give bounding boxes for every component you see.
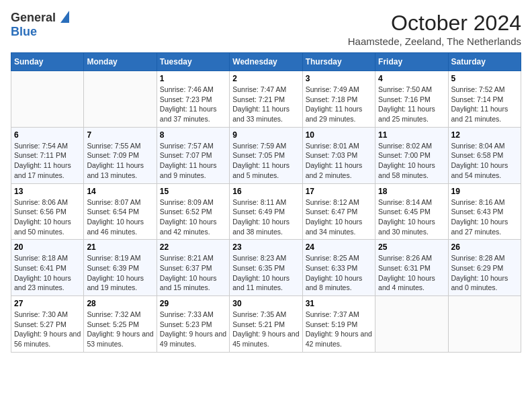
cell-content-line: Sunset: 6:54 PM bbox=[87, 207, 153, 217]
day-number: 31 bbox=[306, 299, 372, 308]
cell-content-line: Daylight: 10 hours and 42 minutes. bbox=[160, 217, 226, 236]
cell-content-line: Daylight: 11 hours and 29 minutes. bbox=[306, 104, 372, 124]
cell-content-line: Sunset: 7:07 PM bbox=[160, 150, 226, 161]
cell-content-line: Sunset: 7:00 PM bbox=[378, 150, 445, 161]
cell-content-line: Daylight: 9 hours and 45 minutes. bbox=[232, 329, 299, 349]
cell-content-line: Daylight: 10 hours and 23 minutes. bbox=[14, 273, 81, 293]
calendar-day-header: Monday bbox=[84, 53, 157, 71]
logo-blue-text: Blue bbox=[11, 25, 37, 38]
calendar-cell: 21Sunrise: 8:19 AMSunset: 6:39 PMDayligh… bbox=[84, 240, 157, 296]
calendar-cell: 31Sunrise: 7:37 AMSunset: 5:19 PMDayligh… bbox=[302, 296, 375, 353]
day-number: 20 bbox=[14, 242, 81, 252]
day-number: 15 bbox=[160, 187, 226, 196]
calendar-day-header: Saturday bbox=[448, 53, 521, 71]
cell-content-line: Sunrise: 7:33 AM bbox=[160, 310, 226, 320]
day-number: 27 bbox=[14, 299, 81, 308]
cell-content-line: Sunrise: 7:47 AM bbox=[232, 85, 299, 95]
cell-content-line: Sunrise: 8:18 AM bbox=[14, 253, 81, 263]
calendar-header-row: SundayMondayTuesdayWednesdayThursdayFrid… bbox=[11, 53, 521, 71]
logo: General Blue bbox=[11, 11, 69, 39]
day-number: 24 bbox=[306, 242, 372, 252]
cell-content-line: Daylight: 11 hours and 21 minutes. bbox=[451, 104, 518, 124]
cell-content-line: Sunset: 7:11 PM bbox=[14, 150, 81, 161]
calendar-table: SundayMondayTuesdayWednesdayThursdayFrid… bbox=[11, 52, 521, 353]
day-number: 25 bbox=[378, 242, 445, 252]
calendar-cell bbox=[11, 71, 84, 128]
cell-content-line: Sunset: 6:47 PM bbox=[306, 207, 372, 217]
logo-icon bbox=[57, 11, 69, 23]
cell-content-line: Sunset: 5:27 PM bbox=[14, 320, 81, 330]
cell-content-line: Sunrise: 7:49 AM bbox=[306, 85, 372, 95]
day-number: 18 bbox=[378, 187, 445, 196]
calendar-week-row: 27Sunrise: 7:30 AMSunset: 5:27 PMDayligh… bbox=[11, 296, 521, 353]
cell-content-line: Daylight: 10 hours and 11 minutes. bbox=[232, 273, 299, 293]
cell-content-line: Sunrise: 8:09 AM bbox=[160, 197, 226, 208]
day-number: 17 bbox=[306, 187, 372, 196]
cell-content-line: Sunset: 6:45 PM bbox=[378, 207, 445, 217]
calendar-cell bbox=[448, 296, 521, 353]
calendar-cell: 14Sunrise: 8:07 AMSunset: 6:54 PMDayligh… bbox=[84, 183, 157, 240]
day-number: 1 bbox=[160, 74, 226, 83]
calendar-cell: 1Sunrise: 7:46 AMSunset: 7:23 PMDaylight… bbox=[157, 71, 229, 128]
cell-content-line: Daylight: 11 hours and 17 minutes. bbox=[14, 161, 81, 180]
day-number: 19 bbox=[451, 187, 518, 196]
day-number: 8 bbox=[160, 130, 226, 140]
cell-content-line: Sunrise: 8:19 AM bbox=[87, 253, 153, 263]
cell-content-line: Sunrise: 8:21 AM bbox=[160, 253, 226, 263]
calendar-cell: 5Sunrise: 7:52 AMSunset: 7:14 PMDaylight… bbox=[448, 71, 521, 128]
cell-content-line: Sunset: 5:19 PM bbox=[306, 320, 372, 330]
cell-content-line: Sunset: 6:39 PM bbox=[87, 263, 153, 273]
cell-content-line: Sunrise: 8:04 AM bbox=[451, 141, 518, 151]
cell-content-line: Sunset: 6:31 PM bbox=[378, 263, 445, 273]
cell-content-line: Daylight: 10 hours and 34 minutes. bbox=[306, 217, 372, 236]
day-number: 3 bbox=[306, 74, 372, 83]
calendar-cell bbox=[375, 296, 448, 353]
svg-marker-0 bbox=[60, 11, 69, 23]
calendar-cell: 29Sunrise: 7:33 AMSunset: 5:23 PMDayligh… bbox=[157, 296, 229, 353]
cell-content-line: Sunrise: 8:26 AM bbox=[378, 253, 445, 263]
cell-content-line: Daylight: 10 hours and 30 minutes. bbox=[378, 217, 445, 236]
day-number: 29 bbox=[160, 299, 226, 308]
cell-content-line: Daylight: 11 hours and 25 minutes. bbox=[378, 104, 445, 124]
cell-content-line: Daylight: 10 hours and 58 minutes. bbox=[378, 161, 445, 180]
cell-content-line: Sunset: 7:03 PM bbox=[306, 150, 372, 161]
cell-content-line: Sunrise: 7:35 AM bbox=[232, 310, 299, 320]
day-number: 21 bbox=[87, 242, 153, 252]
cell-content-line: Daylight: 11 hours and 37 minutes. bbox=[160, 104, 226, 124]
calendar-week-row: 1Sunrise: 7:46 AMSunset: 7:23 PMDaylight… bbox=[11, 71, 521, 128]
cell-content-line: Sunrise: 8:11 AM bbox=[232, 197, 299, 208]
day-number: 13 bbox=[14, 187, 81, 196]
cell-content-line: Sunset: 6:43 PM bbox=[451, 207, 518, 217]
cell-content-line: Daylight: 10 hours and 54 minutes. bbox=[451, 161, 518, 180]
cell-content-line: Daylight: 11 hours and 9 minutes. bbox=[160, 161, 226, 180]
cell-content-line: Sunset: 5:25 PM bbox=[87, 320, 153, 330]
day-number: 9 bbox=[232, 130, 299, 140]
calendar-cell: 17Sunrise: 8:12 AMSunset: 6:47 PMDayligh… bbox=[302, 183, 375, 240]
calendar-day-header: Friday bbox=[375, 53, 448, 71]
cell-content-line: Sunrise: 8:23 AM bbox=[232, 253, 299, 263]
calendar-cell bbox=[84, 71, 157, 128]
cell-content-line: Daylight: 9 hours and 42 minutes. bbox=[306, 329, 372, 349]
day-number: 11 bbox=[378, 130, 445, 140]
cell-content-line: Sunrise: 7:55 AM bbox=[87, 141, 153, 151]
day-number: 28 bbox=[87, 299, 153, 308]
calendar-cell: 23Sunrise: 8:23 AMSunset: 6:35 PMDayligh… bbox=[230, 240, 302, 296]
calendar-cell: 3Sunrise: 7:49 AMSunset: 7:18 PMDaylight… bbox=[302, 71, 375, 128]
cell-content-line: Sunrise: 7:50 AM bbox=[378, 85, 445, 95]
cell-content-line: Sunrise: 8:16 AM bbox=[451, 197, 518, 208]
calendar-cell: 15Sunrise: 8:09 AMSunset: 6:52 PMDayligh… bbox=[157, 183, 229, 240]
calendar-week-row: 20Sunrise: 8:18 AMSunset: 6:41 PMDayligh… bbox=[11, 240, 521, 296]
day-number: 16 bbox=[232, 187, 299, 196]
calendar-day-header: Tuesday bbox=[157, 53, 229, 71]
cell-content-line: Sunset: 6:29 PM bbox=[451, 263, 518, 273]
day-number: 2 bbox=[232, 74, 299, 83]
cell-content-line: Daylight: 10 hours and 27 minutes. bbox=[451, 217, 518, 236]
cell-content-line: Sunset: 6:41 PM bbox=[14, 263, 81, 273]
cell-content-line: Sunrise: 8:25 AM bbox=[306, 253, 372, 263]
cell-content-line: Sunset: 7:05 PM bbox=[232, 150, 299, 161]
day-number: 4 bbox=[378, 74, 445, 83]
cell-content-line: Daylight: 9 hours and 53 minutes. bbox=[87, 329, 153, 349]
day-number: 23 bbox=[232, 242, 299, 252]
cell-content-line: Daylight: 10 hours and 19 minutes. bbox=[87, 273, 153, 293]
title-block: October 2024 Haamstede, Zeeland, The Net… bbox=[348, 11, 521, 47]
